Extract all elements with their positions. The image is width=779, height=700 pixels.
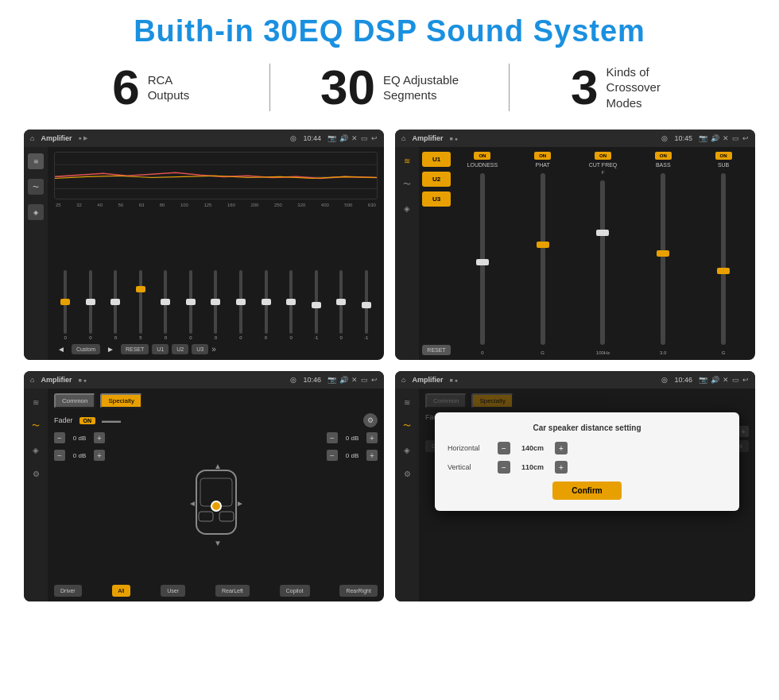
eq-icon-3[interactable]: ≋ [29,395,43,409]
loudness-slider[interactable] [480,173,485,345]
home-icon[interactable]: ⌂ [30,134,34,142]
eq-u1-button[interactable]: U1 [152,344,169,354]
waveform-icon-4[interactable]: 〜 [400,419,414,433]
fader-user-button[interactable]: User [161,585,185,597]
camera-icon-2: 📷 [699,134,707,142]
eq-slider-4[interactable]: 5 [130,270,153,340]
eq-slider-13[interactable]: -1 [355,270,378,340]
fader-on-badge[interactable]: ON [79,417,96,424]
home-icon-2[interactable]: ⌂ [401,134,405,142]
eq-custom-button[interactable]: Custom [72,344,100,354]
fader-settings-icon[interactable]: ⚙ [363,413,378,427]
screen2-time: 10:45 [674,134,692,142]
cutfreq-toggle[interactable]: ON [595,152,611,160]
screenshots-grid: ⌂ Amplifier ● ▶ ◎ 10:44 📷 🔊 ✕ ▭ ↩ ≋ 〜 [24,130,755,601]
db1-plus-button[interactable]: + [94,432,105,443]
db3-plus-button[interactable]: + [366,432,378,443]
back-icon-4[interactable]: ↩ [742,376,749,384]
db1-value: 0 dB [68,435,91,442]
settings-icon-3[interactable]: ⚙ [29,466,43,481]
waveform-icon-3[interactable]: 〜 [29,419,43,433]
cutfreq-slider[interactable] [600,180,605,345]
crossover-u2-button[interactable]: U2 [422,172,451,187]
crossover-u3-button[interactable]: U3 [422,191,451,207]
db3-minus-button[interactable]: − [327,432,338,443]
fader-copilot-button[interactable]: Copilot [280,585,310,597]
eq-icon[interactable]: ≋ [28,153,44,169]
eq-u3-button[interactable]: U3 [192,344,208,354]
horizontal-minus-button[interactable]: − [498,442,510,454]
eq-slider-11[interactable]: -1 [304,270,327,340]
back-icon[interactable]: ↩ [371,134,378,142]
sub-toggle[interactable]: ON [715,152,732,160]
db-control-3: − 0 dB + [327,432,378,443]
eq-u2-button[interactable]: U2 [172,344,188,354]
home-icon-4[interactable]: ⌂ [401,376,405,384]
eq-reset-button[interactable]: RESET [121,344,149,354]
fader-common-tab[interactable]: Common [54,393,95,408]
settings-icon-4[interactable]: ⚙ [400,466,414,481]
speaker-icon-3[interactable]: ◈ [29,443,43,457]
vertical-minus-button[interactable]: − [498,461,510,474]
vertical-label: Vertical [448,463,491,471]
horizontal-row: Horizontal − 140cm + [448,442,727,454]
crossover-reset-button[interactable]: RESET [422,345,451,355]
eq-slider-1[interactable]: 0 [54,270,77,340]
eq-icon-2[interactable]: ≋ [400,153,414,168]
eq-slider-9[interactable]: 0 [254,270,277,340]
back-icon-2[interactable]: ↩ [742,134,749,142]
eq-slider-7[interactable]: 0 [204,270,227,340]
bass-toggle[interactable]: ON [655,152,672,160]
confirm-button[interactable]: Confirm [552,481,621,500]
horizontal-plus-button[interactable]: + [555,442,568,454]
db2-minus-button[interactable]: − [54,450,65,461]
eq-sliders: 0 0 0 5 [54,211,378,340]
fader-driver-button[interactable]: Driver [54,585,82,597]
phat-toggle[interactable]: ON [534,152,551,160]
stat-crossover: 3 Kinds ofCrossover Modes [517,63,739,112]
speaker-icon-2[interactable]: ◈ [400,201,414,215]
db2-plus-button[interactable]: + [94,450,105,461]
eq-slider-5[interactable]: 0 [154,270,177,340]
eq-main: 253240 506380 100125160 200250320 400500… [48,147,384,360]
screen-eq: ⌂ Amplifier ● ▶ ◎ 10:44 📷 🔊 ✕ ▭ ↩ ≋ 〜 [24,130,384,360]
waveform-icon[interactable]: 〜 [28,179,44,195]
waveform-icon-2[interactable]: 〜 [400,177,414,191]
eq-slider-3[interactable]: 0 [104,270,127,340]
phat-slider[interactable] [541,173,545,345]
eq-slider-6[interactable]: 0 [180,270,203,340]
eq-graph [54,152,378,199]
speaker-icon[interactable]: ◈ [28,204,44,220]
back-icon-3[interactable]: ↩ [371,376,378,384]
loudness-toggle[interactable]: ON [474,152,490,160]
distance-setting-modal: Car speaker distance setting Horizontal … [435,412,739,511]
eq-prev-button[interactable]: ◄ [54,343,68,355]
stat-divider-2 [509,64,510,111]
db1-minus-button[interactable]: − [54,432,65,443]
home-icon-3[interactable]: ⌂ [30,376,34,384]
dist-db2-plus[interactable]: + [738,426,749,437]
vertical-plus-button[interactable]: + [555,461,568,474]
db4-minus-button[interactable]: − [327,450,338,461]
eq-icon-4[interactable]: ≋ [400,395,414,409]
eq-next-button[interactable]: ► [103,343,118,355]
fader-rearleft-button[interactable]: RearLeft [215,585,250,597]
camera-icon-3: 📷 [327,376,336,384]
db4-plus-button[interactable]: + [366,450,378,461]
crossover-u1-button[interactable]: U1 [422,152,451,167]
crossover-channels: ON LOUDNESS 0 ON PHAT [454,152,752,355]
screen4-title: Amplifier [412,376,443,384]
horizontal-label: Horizontal [448,444,491,452]
sub-slider[interactable] [721,173,726,345]
fader-rearright-button[interactable]: RearRight [339,585,378,597]
bass-slider[interactable] [661,173,665,345]
eq-slider-12[interactable]: 0 [330,270,353,340]
dist-common-tab[interactable]: Common [425,393,467,408]
fader-all-button[interactable]: All [112,585,131,597]
eq-slider-8[interactable]: 0 [230,270,253,340]
speaker-icon-4[interactable]: ◈ [400,443,414,457]
fader-specialty-tab[interactable]: Specialty [100,393,141,408]
eq-slider-10[interactable]: 0 [280,270,303,340]
dist-specialty-tab[interactable]: Specialty [471,393,513,408]
eq-slider-2[interactable]: 0 [79,270,103,340]
